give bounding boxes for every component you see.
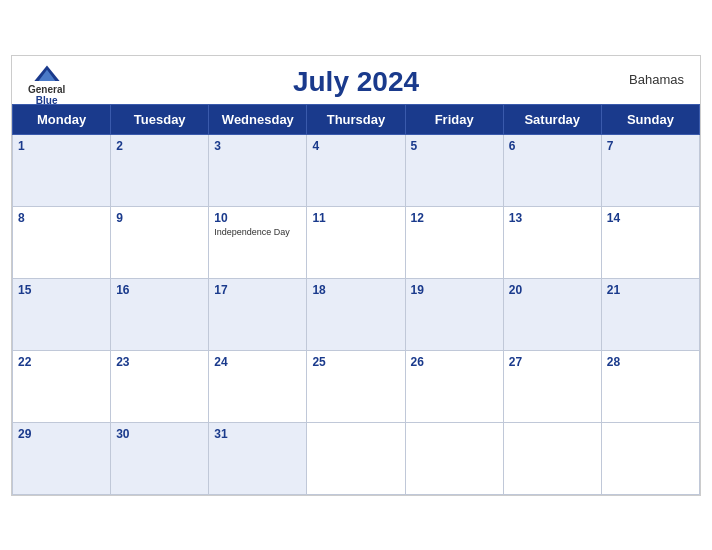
day-number: 10 <box>214 211 301 225</box>
calendar-cell: 14 <box>601 206 699 278</box>
event-label: Independence Day <box>214 227 301 239</box>
calendar-cell: 6 <box>503 134 601 206</box>
calendar-cell <box>307 422 405 494</box>
col-saturday: Saturday <box>503 104 601 134</box>
country-label: Bahamas <box>629 72 684 87</box>
day-number: 2 <box>116 139 203 153</box>
calendar-cell: 12 <box>405 206 503 278</box>
calendar-cell: 8 <box>13 206 111 278</box>
calendar-cell: 17 <box>209 278 307 350</box>
col-tuesday: Tuesday <box>111 104 209 134</box>
calendar-cell: 9 <box>111 206 209 278</box>
calendar-cell <box>405 422 503 494</box>
day-number: 5 <box>411 139 498 153</box>
calendar-cell: 22 <box>13 350 111 422</box>
calendar-cell: 24 <box>209 350 307 422</box>
col-friday: Friday <box>405 104 503 134</box>
calendar-cell: 1 <box>13 134 111 206</box>
day-number: 12 <box>411 211 498 225</box>
calendar-week-row: 8910Independence Day11121314 <box>13 206 700 278</box>
day-number: 29 <box>18 427 105 441</box>
calendar-cell: 18 <box>307 278 405 350</box>
day-number: 26 <box>411 355 498 369</box>
calendar-cell <box>601 422 699 494</box>
day-number: 28 <box>607 355 694 369</box>
day-number: 19 <box>411 283 498 297</box>
day-number: 8 <box>18 211 105 225</box>
calendar-week-row: 22232425262728 <box>13 350 700 422</box>
calendar-cell: 10Independence Day <box>209 206 307 278</box>
day-number: 22 <box>18 355 105 369</box>
day-number: 25 <box>312 355 399 369</box>
calendar-cell: 13 <box>503 206 601 278</box>
calendar-cell: 25 <box>307 350 405 422</box>
calendar-cell: 27 <box>503 350 601 422</box>
calendar-cell: 28 <box>601 350 699 422</box>
day-number: 4 <box>312 139 399 153</box>
logo-blue: Blue <box>36 95 58 106</box>
col-sunday: Sunday <box>601 104 699 134</box>
calendar-cell: 23 <box>111 350 209 422</box>
calendar-cell: 26 <box>405 350 503 422</box>
day-number: 27 <box>509 355 596 369</box>
logo-general: General <box>28 84 65 95</box>
day-number: 20 <box>509 283 596 297</box>
day-number: 14 <box>607 211 694 225</box>
calendar-cell: 15 <box>13 278 111 350</box>
day-number: 23 <box>116 355 203 369</box>
day-number: 9 <box>116 211 203 225</box>
calendar-cell: 19 <box>405 278 503 350</box>
calendar-cell: 2 <box>111 134 209 206</box>
day-number: 21 <box>607 283 694 297</box>
logo-icon <box>33 64 61 84</box>
day-number: 18 <box>312 283 399 297</box>
calendar-cell: 3 <box>209 134 307 206</box>
calendar-header: General Blue July 2024 Bahamas <box>12 56 700 104</box>
calendar-cell: 20 <box>503 278 601 350</box>
day-number: 7 <box>607 139 694 153</box>
day-number: 6 <box>509 139 596 153</box>
calendar-cell: 7 <box>601 134 699 206</box>
day-number: 31 <box>214 427 301 441</box>
calendar-week-row: 1234567 <box>13 134 700 206</box>
calendar-cell: 31 <box>209 422 307 494</box>
col-wednesday: Wednesday <box>209 104 307 134</box>
day-number: 24 <box>214 355 301 369</box>
calendar-cell: 4 <box>307 134 405 206</box>
col-monday: Monday <box>13 104 111 134</box>
calendar-cell: 5 <box>405 134 503 206</box>
day-number: 11 <box>312 211 399 225</box>
calendar-cell: 29 <box>13 422 111 494</box>
col-thursday: Thursday <box>307 104 405 134</box>
calendar-table: Monday Tuesday Wednesday Thursday Friday… <box>12 104 700 495</box>
day-number: 1 <box>18 139 105 153</box>
logo: General Blue <box>28 64 65 106</box>
day-number: 16 <box>116 283 203 297</box>
day-number: 15 <box>18 283 105 297</box>
calendar-header-row: Monday Tuesday Wednesday Thursday Friday… <box>13 104 700 134</box>
day-number: 17 <box>214 283 301 297</box>
calendar-cell: 11 <box>307 206 405 278</box>
calendar-cell: 30 <box>111 422 209 494</box>
calendar-cell <box>503 422 601 494</box>
calendar-title: July 2024 <box>293 66 419 98</box>
day-number: 3 <box>214 139 301 153</box>
calendar-cell: 21 <box>601 278 699 350</box>
calendar-container: General Blue July 2024 Bahamas Monday Tu… <box>11 55 701 496</box>
calendar-week-row: 15161718192021 <box>13 278 700 350</box>
day-number: 30 <box>116 427 203 441</box>
calendar-cell: 16 <box>111 278 209 350</box>
calendar-week-row: 293031 <box>13 422 700 494</box>
day-number: 13 <box>509 211 596 225</box>
